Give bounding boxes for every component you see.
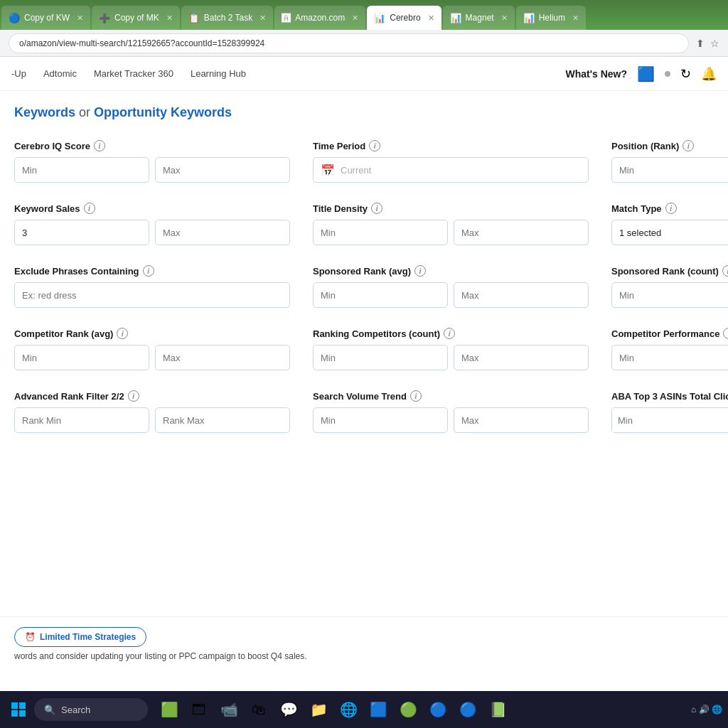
ranking-competitors-max[interactable]: [454, 345, 589, 370]
competitor-rank-avg-info-icon[interactable]: i: [117, 328, 128, 339]
taskbar-icon-excel[interactable]: 📗: [485, 697, 510, 722]
taskbar-icon-messenger[interactable]: 🔵: [425, 697, 451, 722]
share-icon[interactable]: ⬆: [696, 38, 705, 49]
sponsored-rank-count-info-icon[interactable]: i: [722, 265, 728, 277]
tab-label-mk: Copy of MK: [114, 13, 159, 23]
tab-magnet[interactable]: 📊 Magnet ✕: [443, 6, 515, 30]
time-period-info-icon[interactable]: i: [369, 140, 380, 151]
tab-cerebro[interactable]: 📊 Cerebro ✕: [367, 6, 441, 30]
time-period-value: Current: [341, 165, 371, 176]
limited-time-button[interactable]: ⏰ Limited Time Strategies: [14, 627, 146, 647]
ranking-competitors-inputs: [313, 345, 589, 370]
browser-tabs: 🔵 Copy of KW ✕ ➕ Copy of MK ✕ 📋 Batch 2 …: [0, 0, 728, 30]
nav-item-adtomic[interactable]: Adtomic: [43, 68, 77, 79]
filter-title-density-label: Title Density i: [313, 203, 589, 214]
position-rank-min[interactable]: [611, 157, 728, 183]
cerebro-iq-min[interactable]: [14, 157, 149, 183]
taskbar-icon-chrome[interactable]: 🟢: [395, 697, 421, 722]
ranking-competitors-min[interactable]: [313, 345, 448, 370]
tab-close-cerebro[interactable]: ✕: [428, 14, 434, 23]
heading-keywords: Keywords: [14, 105, 75, 119]
taskbar-icon-skype[interactable]: 💬: [276, 697, 301, 722]
svg-rect-2: [11, 710, 18, 717]
time-period-input[interactable]: 📅 Current: [313, 157, 589, 183]
app-nav: -Up Adtomic Market Tracker 360 Learning …: [0, 57, 728, 91]
nav-item-up[interactable]: -Up: [11, 68, 26, 79]
tab-close-magnet[interactable]: ✕: [501, 14, 508, 23]
tab-close-helium[interactable]: ✕: [572, 14, 579, 23]
filter-match-type-label: Match Type i: [611, 203, 728, 214]
tab-icon-cerebro: 📊: [374, 13, 385, 23]
filter-aba-top3-label: ABA Top 3 ASINs Total Click Share i: [611, 390, 728, 402]
match-type-select[interactable]: 1 selected: [611, 220, 728, 245]
position-rank-info-icon[interactable]: i: [682, 140, 694, 151]
taskbar-icon-task-view[interactable]: 🗔: [186, 697, 212, 722]
filters-grid: Cerebro IQ Score i Time Period i 📅 Curre…: [14, 140, 714, 433]
refresh-icon[interactable]: ↻: [680, 66, 691, 82]
nav-right: What's New? 🟦 ↻ 🔔: [565, 65, 717, 82]
tab-helium[interactable]: 📊 Helium ✕: [516, 6, 586, 30]
sponsored-rank-avg-info-icon[interactable]: i: [414, 265, 426, 277]
advanced-rank-min[interactable]: [14, 407, 149, 433]
sponsored-rank-count-inputs: [611, 282, 728, 308]
advanced-rank-max[interactable]: [155, 407, 290, 433]
keyword-sales-max[interactable]: [155, 220, 290, 245]
exclude-phrases-info-icon[interactable]: i: [143, 265, 154, 277]
tab-close-kw[interactable]: ✕: [77, 14, 83, 23]
facebook-icon[interactable]: 🟦: [637, 65, 655, 82]
filter-advanced-rank-label: Advanced Rank Filter 2/2 i: [14, 390, 290, 402]
sponsored-rank-avg-min[interactable]: [313, 282, 448, 308]
tab-icon-amazon: 🅰: [282, 13, 291, 23]
taskbar-search-box[interactable]: 🔍 Search: [34, 698, 148, 721]
title-density-info-icon[interactable]: i: [371, 203, 382, 214]
tab-close-amazon[interactable]: ✕: [352, 14, 358, 23]
aba-top3-min[interactable]: [612, 408, 728, 432]
filter-sponsored-rank-avg-label: Sponsored Rank (avg) i: [313, 265, 589, 277]
ranking-competitors-info-icon[interactable]: i: [444, 328, 455, 339]
bookmark-icon[interactable]: ☆: [710, 38, 719, 49]
cerebro-iq-max[interactable]: [155, 157, 290, 183]
competitor-rank-avg-min[interactable]: [14, 345, 149, 370]
notification-icon[interactable]: 🔔: [701, 66, 717, 82]
taskbar-icon-teams[interactable]: 📹: [216, 697, 242, 722]
address-input[interactable]: [9, 33, 689, 53]
filter-advanced-rank: Advanced Rank Filter 2/2 i: [14, 390, 290, 433]
tab-batch[interactable]: 📋 Batch 2 Task ✕: [181, 6, 273, 30]
taskbar-icon-facebook[interactable]: 🔵: [455, 697, 481, 722]
search-volume-trend-info-icon[interactable]: i: [410, 390, 422, 402]
taskbar-icon-edge[interactable]: 🌐: [336, 697, 361, 722]
title-density-min[interactable]: [313, 220, 448, 245]
taskbar-icon-files[interactable]: 🟩: [156, 697, 182, 722]
match-type-info-icon[interactable]: i: [665, 203, 677, 214]
taskbar-icon-folder[interactable]: 📁: [306, 697, 331, 722]
search-volume-trend-max[interactable]: [454, 407, 589, 433]
aba-top3-min-wrap: %: [611, 407, 728, 433]
whats-new-button[interactable]: What's New?: [565, 68, 627, 80]
filter-exclude-phrases-label: Exclude Phrases Containing i: [14, 265, 290, 277]
taskbar-right: ⌂ 🔊 🌐: [691, 705, 722, 714]
competitor-performance-info-icon[interactable]: i: [723, 328, 728, 339]
keyword-sales-min[interactable]: [14, 220, 149, 245]
cerebro-iq-info-icon[interactable]: i: [94, 140, 105, 151]
tab-amazon[interactable]: 🅰 Amazon.com ✕: [274, 6, 365, 30]
tab-copy-mk[interactable]: ➕ Copy of MK ✕: [92, 6, 180, 30]
search-volume-trend-min[interactable]: [313, 407, 448, 433]
exclude-phrases-input[interactable]: [14, 282, 290, 308]
sponsored-rank-count-min[interactable]: [611, 282, 728, 308]
taskbar-icon-store[interactable]: 🛍: [246, 697, 272, 722]
tab-copy-kw[interactable]: 🔵 Copy of KW ✕: [1, 6, 90, 30]
nav-item-market-tracker[interactable]: Market Tracker 360: [94, 68, 173, 79]
competitor-performance-min[interactable]: [611, 345, 728, 370]
title-density-max[interactable]: [454, 220, 589, 245]
sponsored-rank-avg-max[interactable]: [454, 282, 589, 308]
start-button[interactable]: [6, 697, 31, 722]
taskbar-icon-l[interactable]: 🟦: [365, 697, 391, 722]
advanced-rank-info-icon[interactable]: i: [128, 390, 139, 402]
tab-close-mk[interactable]: ✕: [166, 14, 173, 23]
tab-close-batch[interactable]: ✕: [259, 14, 266, 23]
keyword-sales-info-icon[interactable]: i: [84, 203, 95, 214]
filter-competitor-rank-avg-label: Competitor Rank (avg) i: [14, 328, 290, 339]
competitor-rank-avg-max[interactable]: [155, 345, 290, 370]
tab-label-amazon: Amazon.com: [295, 13, 345, 23]
nav-item-learning-hub[interactable]: Learning Hub: [191, 68, 246, 79]
